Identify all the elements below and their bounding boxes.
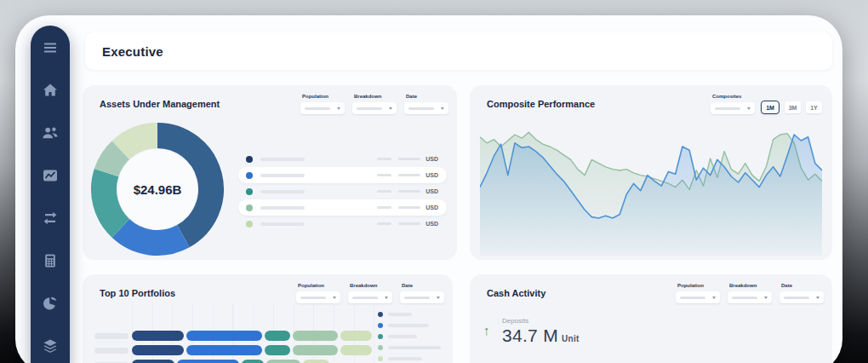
calculator-icon <box>42 252 59 269</box>
date-dropdown[interactable] <box>779 291 824 303</box>
top10-card: Top 10 Portfolios PopulationBreakdownDat… <box>83 274 453 363</box>
filter-population: Population <box>676 283 720 303</box>
legend-item <box>378 312 441 317</box>
chevron-down-icon <box>385 297 388 299</box>
deposits-unit: Unit <box>562 334 580 343</box>
sidebar-item-performance[interactable] <box>31 167 70 184</box>
dropdown-placeholder <box>404 297 430 299</box>
chevron-down-icon <box>441 107 444 110</box>
value-placeholder <box>377 190 391 193</box>
top10-legend <box>378 312 441 363</box>
breakdown-dropdown[interactable] <box>728 291 772 303</box>
legend-dot <box>378 323 383 328</box>
range-1m-button[interactable]: 1M <box>761 101 779 114</box>
value-placeholder <box>377 174 391 176</box>
filter-breakdown: Breakdown <box>352 94 397 114</box>
value-placeholder <box>398 222 420 225</box>
dropdown-placeholder <box>357 107 382 110</box>
range-1y-button[interactable]: 1Y <box>806 101 822 113</box>
value-placeholder <box>398 206 420 209</box>
sidebar-item-home[interactable] <box>31 82 70 99</box>
legend-dot <box>378 356 383 361</box>
sidebar-item-transactions[interactable] <box>31 210 70 227</box>
sidebar-item-calculator[interactable] <box>31 252 70 269</box>
legend-name-placeholder <box>388 335 417 338</box>
sidebar-item-allocation[interactable] <box>31 295 70 312</box>
performance-card-title: Composite Performance <box>487 99 595 109</box>
filter-population: Population <box>296 283 340 303</box>
currency-label: USD <box>425 172 438 178</box>
bar-segment <box>186 345 262 355</box>
aum-legend-row[interactable]: USD <box>238 167 447 183</box>
deposits-amount: 34.7 M <box>502 326 558 346</box>
aum-legend: USDUSDUSDUSDUSD <box>238 151 447 232</box>
filter-date: Date <box>779 283 824 303</box>
date-dropdown[interactable] <box>404 102 448 114</box>
population-dropdown[interactable] <box>676 291 720 303</box>
legend-dot <box>378 312 383 317</box>
dropdown-placeholder <box>784 297 809 299</box>
cash-filters: PopulationBreakdownDate <box>676 283 824 303</box>
portfolio-label-placeholder <box>94 333 128 339</box>
dropdown-placeholder <box>352 297 378 299</box>
clients-icon <box>42 124 59 141</box>
legend-name-placeholder <box>260 158 305 161</box>
menu-icon[interactable] <box>31 39 70 56</box>
breakdown-dropdown[interactable] <box>352 102 397 114</box>
sidebar-item-holdings[interactable] <box>31 337 70 354</box>
legend-dot <box>378 345 383 350</box>
bar-segment <box>340 331 372 341</box>
filter-breakdown: Breakdown <box>348 283 392 303</box>
breakdown-dropdown[interactable] <box>348 291 392 303</box>
aum-donut-chart: $24.96B <box>90 122 225 256</box>
legend-item <box>378 345 441 350</box>
composites-dropdown[interactable] <box>711 102 755 114</box>
aum-legend-row[interactable]: USD <box>238 183 447 199</box>
value-placeholder <box>377 222 391 225</box>
aum-legend-row[interactable]: USD <box>238 199 447 216</box>
filter-breakdown: Breakdown <box>728 283 772 303</box>
population-dropdown[interactable] <box>296 291 340 303</box>
sidebar-item-clients[interactable] <box>31 124 70 141</box>
performance-controls: Composites 1M3M1Y <box>711 94 822 114</box>
performance-icon <box>42 167 59 184</box>
app-surface: Executive Assets Under Management Popula… <box>15 15 842 363</box>
filter-label: Date <box>781 283 824 288</box>
legend-name-placeholder <box>388 357 422 360</box>
aum-legend-row[interactable]: USD <box>238 151 447 167</box>
bar-segment <box>266 360 300 363</box>
filter-label: Date <box>406 94 448 99</box>
performance-card: Composite Performance Composites 1M3M1Y <box>470 85 832 260</box>
cash-activity-card: Cash Activity PopulationBreakdownDate ↑ … <box>470 274 832 363</box>
legend-name-placeholder <box>260 190 305 193</box>
portfolio-label-placeholder <box>94 348 128 354</box>
bar-segment <box>242 360 264 363</box>
portfolio-bar-row <box>94 331 372 341</box>
currency-label: USD <box>425 221 438 227</box>
portfolio-bar-row <box>94 345 372 355</box>
holdings-icon <box>42 337 59 354</box>
filter-label: Date <box>402 283 444 288</box>
aum-filters: PopulationBreakdownDate <box>300 94 448 114</box>
chevron-down-icon <box>816 297 819 299</box>
filter-date: Date <box>404 94 448 114</box>
filter-label: Breakdown <box>350 283 392 288</box>
filter-population: Population <box>300 94 345 114</box>
legend-item <box>378 334 441 339</box>
aum-legend-row[interactable]: USD <box>238 216 447 232</box>
legend-dot <box>246 205 253 211</box>
chevron-down-icon <box>337 107 340 110</box>
top10-bar-chart <box>94 331 372 363</box>
composites-filter: Composites <box>711 94 755 114</box>
dropdown-placeholder <box>408 107 434 110</box>
date-dropdown[interactable] <box>400 291 444 303</box>
dashboard-page: { "app": { "title": "Executive" }, "side… <box>0 0 868 363</box>
bar-segment <box>177 360 239 363</box>
portfolio-bar-row <box>94 360 372 363</box>
page-header: Executive <box>85 32 832 70</box>
dropdown-placeholder <box>732 297 757 299</box>
range-3m-button[interactable]: 3M <box>785 101 801 113</box>
legend-name-placeholder <box>388 346 441 349</box>
population-dropdown[interactable] <box>300 102 345 114</box>
chevron-down-icon <box>764 297 768 299</box>
